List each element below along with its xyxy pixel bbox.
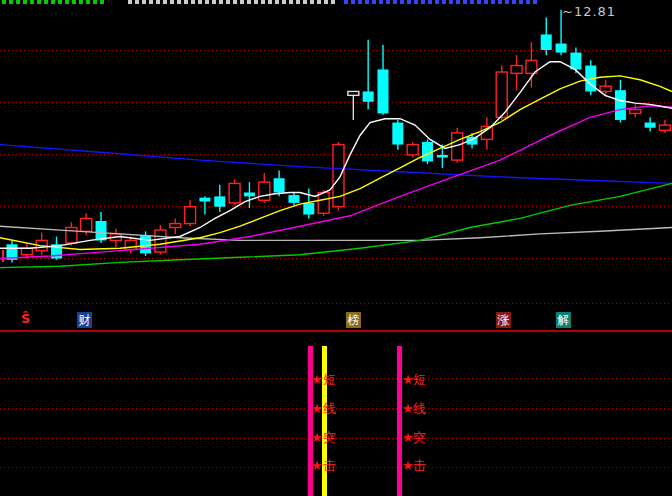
clipped-ma-label-green [2,0,106,4]
signal-row: ★ [311,431,323,445]
signal-char: 突 [323,431,336,445]
badge-jie[interactable]: 解 [556,312,571,328]
clipped-ma-label-white [128,0,338,4]
star-icon: ★ [402,458,414,473]
signal-char: 击 [413,459,426,473]
star-icon: ★ [311,372,323,387]
badge-zhang[interactable]: 涨 [496,312,511,328]
stock-chart-window: ~12.81 Ŝ 财 榜 涨 解 ★ 短 ★ 线 ★ 突 ★ 击 ★ 短 ★ 线… [0,0,672,496]
star-icon: ★ [311,458,323,473]
signal-s-marker[interactable]: Ŝ [21,311,30,327]
badge-cai[interactable]: 财 [77,312,92,328]
star-icon: ★ [311,401,323,416]
signal-row: ★ [402,373,414,387]
signal-row: ★ [311,402,323,416]
signal-row: ★ [402,431,414,445]
signal-char: 短 [323,373,336,387]
signal-char: 击 [323,459,336,473]
signal-row: ★ [402,459,414,473]
star-icon: ★ [311,430,323,445]
signal-char: 突 [413,431,426,445]
candlestick-chart[interactable] [0,0,672,496]
badge-bang[interactable]: 榜 [346,312,361,328]
clipped-ma-label-blue [344,0,540,4]
signal-row: ★ [311,459,323,473]
signal-row: ★ [402,402,414,416]
signal-row: ★ [311,373,323,387]
star-icon: ★ [402,401,414,416]
star-icon: ★ [402,372,414,387]
signal-char: 线 [413,402,426,416]
high-price-tag: ~12.81 [562,4,616,19]
signal-char: 线 [323,402,336,416]
signal-char: 短 [413,373,426,387]
star-icon: ★ [402,430,414,445]
